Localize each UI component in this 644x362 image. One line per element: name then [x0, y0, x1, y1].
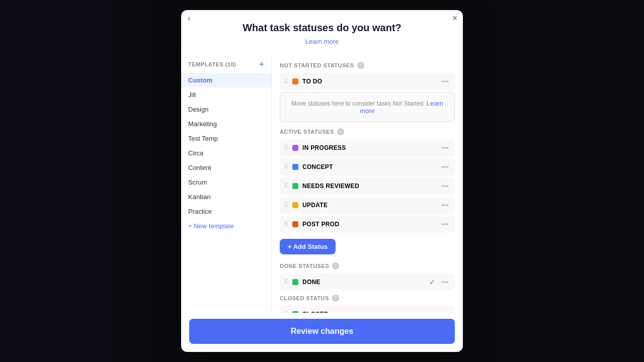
add-template-icon[interactable]: +: [259, 60, 264, 69]
status-row-post-prod: ⠿ POST PROD •••: [280, 216, 455, 233]
status-row-needs-reviewed: ⠿ NEEDS REVIEWED •••: [280, 177, 455, 195]
status-row-closed: ⠿ CLOSED •••: [280, 306, 455, 313]
drag-handle-done[interactable]: ⠿: [284, 279, 288, 286]
template-item-circa[interactable]: Circa: [181, 146, 271, 160]
closed-label: CLOSED STATUS: [280, 295, 329, 301]
done-name: DONE: [302, 279, 425, 286]
update-dot: [292, 202, 298, 208]
review-changes-button[interactable]: Review changes: [189, 319, 455, 344]
templates-panel: TEMPLATES (10) + Custom Jill Design Mark…: [181, 54, 272, 313]
template-item-practice[interactable]: Practice: [181, 204, 271, 219]
needs-reviewed-name: NEEDS REVIEWED: [302, 183, 435, 190]
post-prod-dot: [292, 221, 298, 227]
in-progress-menu-btn[interactable]: •••: [439, 143, 451, 153]
todo-name: TO DO: [302, 78, 435, 85]
status-row-done: ⠿ DONE ✓ •••: [280, 274, 455, 291]
needs-reviewed-dot: [292, 183, 298, 189]
post-prod-name: POST PROD: [302, 221, 435, 228]
post-prod-menu-btn[interactable]: •••: [439, 219, 451, 229]
active-label: ACTIVE STATUSES: [280, 129, 334, 135]
new-template-button[interactable]: + New template: [181, 219, 271, 233]
done-check-icon: ✓: [429, 278, 435, 286]
modal-overlay: ‹ What task statuses do you want? Learn …: [0, 0, 644, 362]
todo-menu-btn[interactable]: •••: [439, 76, 451, 86]
drop-zone-text: Move statuses here to consider tasks Not…: [291, 100, 443, 115]
not-started-drop-zone: Move statuses here to consider tasks Not…: [280, 92, 455, 122]
drop-zone-learn-link[interactable]: Learn more: [360, 100, 443, 115]
templates-header: TEMPLATES (10) +: [181, 60, 271, 73]
template-item-jill[interactable]: Jill: [181, 87, 271, 102]
template-item-design[interactable]: Design: [181, 102, 271, 117]
not-started-help-icon[interactable]: ?: [357, 62, 364, 69]
modal-body: TEMPLATES (10) + Custom Jill Design Mark…: [181, 54, 463, 313]
update-name: UPDATE: [302, 202, 435, 209]
drag-handle-concept[interactable]: ⠿: [284, 163, 288, 170]
status-row-todo: ⠿ TO DO •••: [280, 73, 455, 90]
modal-footer: Review changes: [181, 313, 463, 352]
closed-header: CLOSED STATUS ?: [280, 295, 455, 302]
active-help-icon[interactable]: ?: [337, 128, 344, 135]
not-started-label: NOT STARTED STATUSES: [280, 62, 354, 68]
todo-dot: [292, 78, 298, 84]
templates-label: TEMPLATES (10): [188, 61, 236, 67]
done-header: DONE STATUSES ?: [280, 262, 455, 269]
concept-menu-btn[interactable]: •••: [439, 162, 451, 172]
needs-reviewed-menu-btn[interactable]: •••: [439, 181, 451, 191]
in-progress-name: IN PROGRESS: [302, 144, 435, 151]
done-label: DONE STATUSES: [280, 263, 329, 269]
add-status-button[interactable]: + Add Status: [280, 239, 336, 254]
drag-handle-in-progress[interactable]: ⠿: [284, 144, 288, 151]
drag-handle-needs-reviewed[interactable]: ⠿: [284, 183, 288, 190]
in-progress-dot: [292, 145, 298, 151]
drag-handle-post-prod[interactable]: ⠿: [284, 221, 288, 228]
status-row-in-progress: ⠿ IN PROGRESS •••: [280, 139, 455, 156]
template-item-marketing[interactable]: Marketing: [181, 117, 271, 131]
back-button[interactable]: ‹: [181, 10, 197, 26]
concept-dot: [292, 164, 298, 170]
done-menu-btn[interactable]: •••: [439, 277, 451, 287]
drag-handle-update[interactable]: ⠿: [284, 202, 288, 209]
done-help-icon[interactable]: ?: [332, 262, 339, 269]
closed-menu-btn[interactable]: •••: [439, 309, 451, 313]
status-row-update: ⠿ UPDATE •••: [280, 197, 455, 214]
template-item-content[interactable]: Content: [181, 160, 271, 175]
template-item-kanban[interactable]: Kanban: [181, 190, 271, 204]
drag-handle-todo[interactable]: ⠿: [284, 78, 288, 85]
modal-header: ‹ What task statuses do you want? Learn …: [181, 10, 463, 46]
modal-title: What task statuses do you want?: [193, 22, 451, 34]
template-item-custom[interactable]: Custom: [181, 73, 271, 87]
update-menu-btn[interactable]: •••: [439, 200, 451, 210]
closed-help-icon[interactable]: ?: [332, 295, 339, 302]
done-dot: [292, 279, 298, 285]
learn-more-link[interactable]: Learn more: [305, 38, 339, 45]
statuses-panel: NOT STARTED STATUSES ? ⠿ TO DO ••• Move …: [272, 54, 463, 313]
active-header: ACTIVE STATUSES ?: [280, 128, 455, 135]
close-button[interactable]: ×: [447, 10, 463, 26]
concept-name: CONCEPT: [302, 163, 435, 170]
template-item-scrum[interactable]: Scrum: [181, 175, 271, 190]
template-item-test-temp[interactable]: Test Temp: [181, 131, 271, 146]
not-started-header: NOT STARTED STATUSES ?: [280, 62, 455, 69]
task-status-modal: ‹ What task statuses do you want? Learn …: [181, 10, 463, 352]
status-row-concept: ⠿ CONCEPT •••: [280, 158, 455, 175]
